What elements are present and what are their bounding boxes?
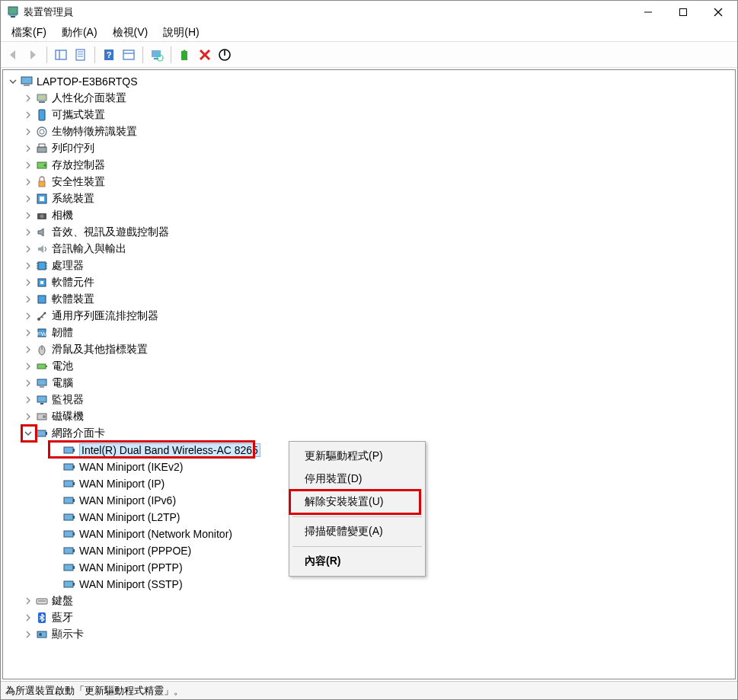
chevron-right-icon[interactable] <box>23 193 34 204</box>
context-uninstall-device[interactable]: 解除安裝裝置(U) <box>291 491 423 513</box>
chevron-right-icon[interactable] <box>23 93 34 104</box>
tree-category[interactable]: 軟體裝置 <box>3 291 735 308</box>
tree-category[interactable]: 處理器 <box>3 257 735 274</box>
network-adapter-icon <box>62 527 76 541</box>
toolbar-disable[interactable] <box>216 46 234 64</box>
chevron-right-icon[interactable] <box>23 227 34 238</box>
toolbar-forward[interactable] <box>24 46 42 64</box>
toolbar-show-hide-tree[interactable] <box>52 46 70 64</box>
tree-category-label: 音訊輸入與輸出 <box>52 242 126 256</box>
maximize-button[interactable] <box>666 1 701 24</box>
tree-category[interactable]: 軟體元件 <box>3 274 735 291</box>
chevron-down-icon[interactable] <box>8 76 18 87</box>
device-category-icon <box>35 108 49 122</box>
svg-rect-81 <box>73 566 75 569</box>
tree-device-network[interactable]: WAN Miniport (SSTP) <box>3 576 735 593</box>
chevron-right-icon[interactable] <box>23 395 34 405</box>
tree-category[interactable]: 監視器 <box>3 392 735 408</box>
device-tree[interactable]: LAPTOP-E3B6RTQS 人性化介面裝置可攜式裝置生物特徵辨識裝置列印佇列… <box>2 69 736 679</box>
tree-category[interactable]: 磁碟機 <box>3 408 735 425</box>
context-properties[interactable]: 內容(R) <box>291 550 423 573</box>
menu-action[interactable]: 動作(A) <box>54 24 105 41</box>
chevron-right-icon[interactable] <box>23 328 34 338</box>
svg-rect-80 <box>64 564 73 571</box>
chevron-right-icon[interactable] <box>23 378 34 388</box>
chevron-right-icon[interactable] <box>23 311 34 321</box>
svg-rect-2 <box>9 14 17 16</box>
chevron-right-icon[interactable] <box>23 177 34 187</box>
svg-rect-75 <box>73 516 75 519</box>
chevron-right-icon[interactable] <box>23 143 34 154</box>
context-separator <box>292 516 422 517</box>
minimize-button[interactable] <box>631 1 666 24</box>
tree-category[interactable]: 音訊輸入與輸出 <box>3 241 735 257</box>
chevron-right-icon[interactable] <box>23 411 34 422</box>
tree-category[interactable]: 通用序列匯流排控制器 <box>3 308 735 324</box>
toolbar-update-driver[interactable] <box>176 46 194 64</box>
svg-rect-74 <box>64 514 73 520</box>
device-category-icon <box>35 376 49 390</box>
context-scan-hardware[interactable]: 掃描硬體變更(A) <box>291 520 423 543</box>
tree-category[interactable]: 人性化介面裝置 <box>3 90 735 107</box>
chevron-right-icon[interactable] <box>23 244 34 254</box>
tree-category[interactable]: 音效、視訊及遊戲控制器 <box>3 224 735 241</box>
tree-category[interactable]: 可攜式裝置 <box>3 107 735 123</box>
tree-category-label: 生物特徵辨識裝置 <box>52 125 137 139</box>
toolbar-properties-page[interactable] <box>72 46 90 64</box>
chevron-right-icon[interactable] <box>23 629 34 640</box>
close-button[interactable] <box>701 1 736 24</box>
chevron-right-icon[interactable] <box>23 126 34 137</box>
tree-category-label: 處理器 <box>52 259 84 273</box>
tree-category[interactable]: 安全性裝置 <box>3 174 735 190</box>
tree-category[interactable]: FW韌體 <box>3 324 735 341</box>
tree-category[interactable]: 列印佇列 <box>3 140 735 157</box>
menu-help[interactable]: 說明(H) <box>155 24 206 41</box>
device-category-icon <box>35 276 49 289</box>
device-category-icon <box>35 242 49 256</box>
toolbar-help[interactable]: ? <box>100 46 118 64</box>
context-update-driver[interactable]: 更新驅動程式(P) <box>291 445 423 468</box>
chevron-right-icon[interactable] <box>23 277 34 288</box>
toolbar-uninstall[interactable] <box>196 46 214 64</box>
svg-rect-25 <box>24 85 30 86</box>
chevron-right-icon[interactable] <box>23 344 34 355</box>
chevron-right-icon[interactable] <box>23 294 34 305</box>
context-disable-device[interactable]: 停用裝置(D) <box>291 468 423 491</box>
chevron-down-icon[interactable] <box>23 428 34 439</box>
chevron-right-icon[interactable] <box>23 210 34 221</box>
menu-view[interactable]: 檢視(V) <box>105 24 156 41</box>
svg-rect-35 <box>39 181 45 187</box>
chevron-right-icon[interactable] <box>23 361 34 372</box>
tree-category[interactable]: 系統裝置 <box>3 190 735 207</box>
chevron-right-icon[interactable] <box>23 261 34 271</box>
tree-category[interactable]: 鍵盤 <box>3 593 735 609</box>
tree-category[interactable]: 電腦 <box>3 375 735 392</box>
toolbar-scan-hardware[interactable] <box>148 46 166 64</box>
toolbar-back[interactable] <box>4 46 22 64</box>
tree-category[interactable]: 生物特徵辨識裝置 <box>3 123 735 140</box>
chevron-right-icon[interactable] <box>23 110 34 120</box>
svg-rect-82 <box>64 581 73 587</box>
tree-category-label: 音效、視訊及遊戲控制器 <box>52 225 169 239</box>
tree-category[interactable]: 滑鼠及其他指標裝置 <box>3 341 735 358</box>
device-category-icon <box>35 209 49 222</box>
tree-category[interactable]: 電池 <box>3 358 735 375</box>
tree-category-network[interactable]: 網路介面卡 <box>3 425 735 442</box>
tree-category-label: 磁碟機 <box>52 410 84 424</box>
network-adapter-icon <box>62 494 76 507</box>
menu-file[interactable]: 檔案(F) <box>4 24 54 41</box>
tree-category[interactable]: 藍牙 <box>3 609 735 626</box>
toolbar-properties[interactable] <box>120 46 138 64</box>
tree-category[interactable]: 存放控制器 <box>3 157 735 174</box>
app-icon <box>7 6 19 18</box>
tree-device-label: WAN Miniport (Network Monitor) <box>79 528 232 540</box>
computer-icon <box>20 75 34 88</box>
tree-category-label: 電池 <box>52 360 73 373</box>
tree-category[interactable]: 顯示卡 <box>3 626 735 643</box>
chevron-right-icon[interactable] <box>23 612 34 623</box>
chevron-right-icon[interactable] <box>23 160 34 171</box>
svg-rect-71 <box>73 482 75 485</box>
tree-root[interactable]: LAPTOP-E3B6RTQS <box>3 73 735 90</box>
tree-category[interactable]: 相機 <box>3 207 735 224</box>
chevron-right-icon[interactable] <box>23 596 34 606</box>
